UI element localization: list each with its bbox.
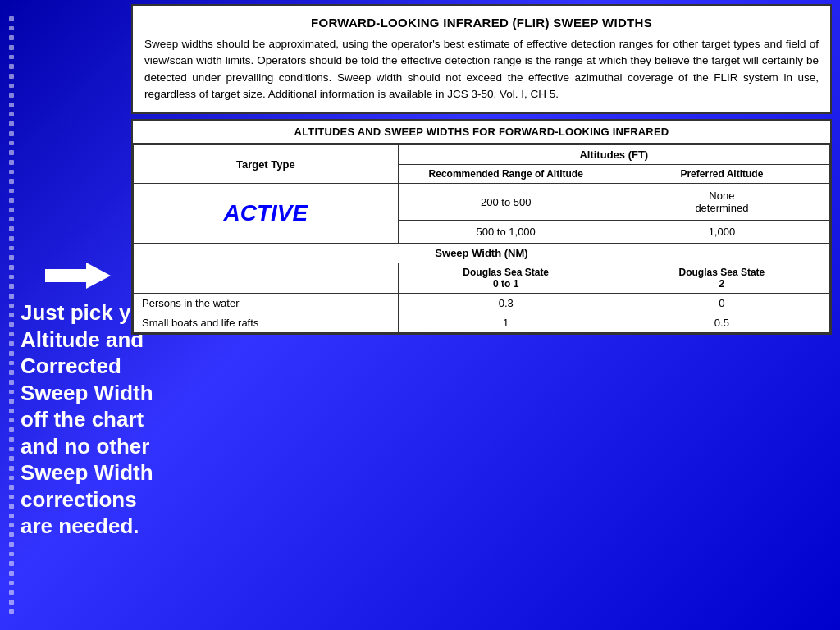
right-arrow-icon [45,262,111,289]
table-header-row: Target Type Altitudes (FT) [134,145,830,165]
flir-title: FORWARD-LOOKING INFRARED (FLIR) SWEEP WI… [144,16,819,30]
altitude-table-section: ALTITUDES AND SWEEP WIDTHS FOR FORWARD-L… [131,119,832,335]
sweep-row1-col1: 0.3 [398,294,614,313]
col-target-type: Target Type [134,145,399,184]
sweep-target-header [134,263,399,294]
flir-description-box: FORWARD-LOOKING INFRARED (FLIR) SWEEP WI… [131,4,832,114]
vessels-recommended: 500 to 1,000 [398,221,614,244]
main-content: FORWARD-LOOKING INFRARED (FLIR) SWEEP WI… [131,4,832,626]
svg-marker-0 [45,262,111,289]
col-preferred: Preferred Altitude [614,165,829,184]
persons-water-preferred: Nonedetermined [614,184,829,221]
sweep-col1-header: Douglas Sea State 0 to 1 [398,263,614,294]
sweep-col2-header: Douglas Sea State 2 [614,263,829,294]
table-row: Persons in the water 0.3 0 [134,294,830,313]
table-row: Small boats and life rafts 1 0.5 [134,313,830,333]
persons-water-recommended: 200 to 500 [398,184,614,221]
sweep-row1-target: Persons in the water [134,294,399,313]
sweep-row2-target: Small boats and life rafts [134,313,399,333]
sweep-width-label: Sweep Width (NM) [134,244,830,263]
active-label: ACTIVE [134,184,399,244]
table-row-active: ACTIVE 200 to 500 Nonedetermined [134,184,830,221]
col-recommended: Recommended Range of Altitude [398,165,614,184]
sweep-subheader-row: Douglas Sea State 0 to 1 Douglas Sea Sta… [134,263,830,294]
altitude-table: Target Type Altitudes (FT) Recommended R… [133,144,830,333]
vessels-preferred: 1,000 [614,221,829,244]
sweep-row2-col2: 0.5 [614,313,829,333]
sweep-row1-col2: 0 [614,294,829,313]
sweep-row2-col1: 1 [398,313,614,333]
altitude-table-title: ALTITUDES AND SWEEP WIDTHS FOR FORWARD-L… [133,121,830,144]
col-altitudes: Altitudes (FT) [398,145,829,165]
sweep-width-header-row: Sweep Width (NM) [134,244,830,263]
flir-description-text: Sweep widths should be approximated, usi… [144,36,819,103]
